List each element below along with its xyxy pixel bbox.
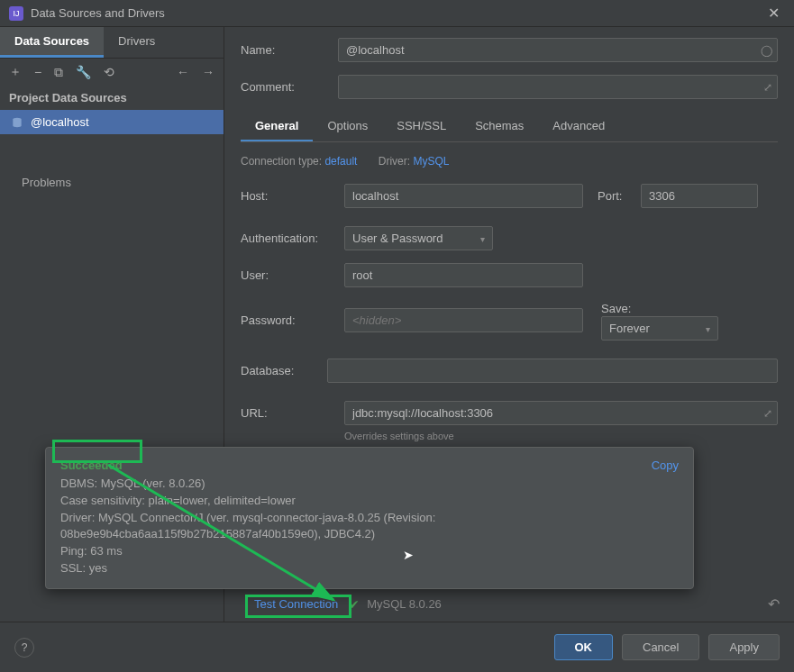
test-version: MySQL 8.0.26: [367, 597, 442, 611]
host-input[interactable]: [344, 184, 583, 208]
help-button[interactable]: ?: [14, 638, 34, 658]
data-source-item[interactable]: @localhost: [0, 110, 224, 134]
app-icon: IJ: [9, 6, 23, 21]
driver-link[interactable]: MySQL: [413, 155, 449, 168]
wrench-icon[interactable]: 🔧: [76, 65, 91, 79]
footer: ? OK Cancel Apply: [0, 622, 794, 672]
expand-icon[interactable]: ⤢: [763, 81, 772, 94]
forward-icon[interactable]: →: [202, 65, 214, 79]
undo-icon[interactable]: ↶: [768, 595, 780, 613]
expand-url-icon[interactable]: ⤢: [763, 407, 772, 420]
tab-options[interactable]: Options: [313, 112, 382, 141]
save-select[interactable]: Forever: [601, 316, 718, 341]
close-icon[interactable]: ✕: [762, 3, 785, 23]
tab-schemas[interactable]: Schemas: [461, 112, 538, 141]
port-input[interactable]: [641, 184, 758, 208]
conn-type-label: Connection type:: [241, 155, 322, 168]
titlebar: IJ Data Sources and Drivers ✕: [0, 0, 794, 27]
ok-button[interactable]: OK: [554, 634, 614, 660]
port-label: Port:: [598, 189, 641, 203]
test-result-popup: Succeeded Copy DBMS: MySQL (ver. 8.0.26)…: [45, 447, 694, 589]
name-input[interactable]: [338, 38, 778, 62]
host-label: Host:: [241, 189, 344, 203]
url-hint: Overrides settings above: [344, 431, 454, 441]
auth-label: Authentication:: [241, 232, 344, 245]
comment-label: Comment:: [241, 80, 338, 94]
url-input[interactable]: [344, 401, 778, 425]
database-input[interactable]: [327, 359, 778, 383]
url-label: URL:: [241, 406, 344, 420]
problems-item[interactable]: Problems: [0, 170, 224, 195]
tab-advanced[interactable]: Advanced: [538, 112, 619, 141]
add-icon[interactable]: ＋: [9, 64, 22, 80]
popup-line-ssl: SSL: yes: [60, 560, 679, 577]
popup-line-dbms: DBMS: MySQL (ver. 8.0.26): [60, 476, 679, 493]
popup-line-ping: Ping: 63 ms: [60, 543, 679, 560]
copy-link[interactable]: Copy: [652, 459, 679, 472]
remove-icon[interactable]: −: [34, 65, 41, 79]
tab-drivers[interactable]: Drivers: [104, 27, 169, 58]
popup-line-driver: Driver: MySQL Connector/J (ver. mysql-co…: [60, 510, 679, 544]
revert-icon[interactable]: ⟲: [104, 65, 114, 79]
password-label: Password:: [241, 313, 344, 327]
popup-line-case: Case sensitivity: plain=lower, delimited…: [60, 493, 679, 510]
password-input[interactable]: [344, 308, 583, 332]
status-text: Succeeded: [60, 459, 123, 472]
cancel-button[interactable]: Cancel: [622, 634, 699, 660]
name-label: Name:: [241, 43, 338, 57]
driver-label: Driver:: [379, 155, 410, 168]
test-connection-row: Test Connection ✔ MySQL 8.0.26 ↶: [251, 590, 780, 618]
detail-tabs: General Options SSH/SSL Schemas Advanced: [241, 112, 778, 142]
apply-button[interactable]: Apply: [708, 634, 780, 660]
tab-general[interactable]: General: [241, 112, 313, 141]
left-toolbar: ＋ − ⧉ 🔧 ⟲ ← →: [0, 59, 224, 86]
comment-input[interactable]: [338, 75, 778, 99]
auth-select[interactable]: User & Password: [344, 226, 493, 250]
back-icon[interactable]: ←: [177, 65, 189, 79]
test-connection-link[interactable]: Test Connection: [251, 595, 342, 613]
color-circle-icon[interactable]: ◯: [761, 44, 772, 57]
copy-icon[interactable]: ⧉: [54, 65, 63, 80]
connection-info: Connection type: default Driver: MySQL: [241, 155, 778, 168]
save-label: Save:: [601, 302, 631, 315]
database-label: Database:: [241, 364, 327, 377]
left-tabs: Data Sources Drivers: [0, 27, 224, 59]
user-input[interactable]: [344, 263, 583, 287]
mysql-icon: [11, 116, 23, 129]
tab-ssh-ssl[interactable]: SSH/SSL: [382, 112, 461, 141]
tab-data-sources[interactable]: Data Sources: [0, 27, 104, 58]
data-source-label: @localhost: [31, 115, 89, 129]
window-title: Data Sources and Drivers: [31, 6, 762, 20]
check-icon: ✔: [349, 597, 360, 612]
conn-type-link[interactable]: default: [324, 155, 357, 168]
project-data-sources-header: Project Data Sources: [0, 86, 224, 110]
user-label: User:: [241, 268, 344, 282]
